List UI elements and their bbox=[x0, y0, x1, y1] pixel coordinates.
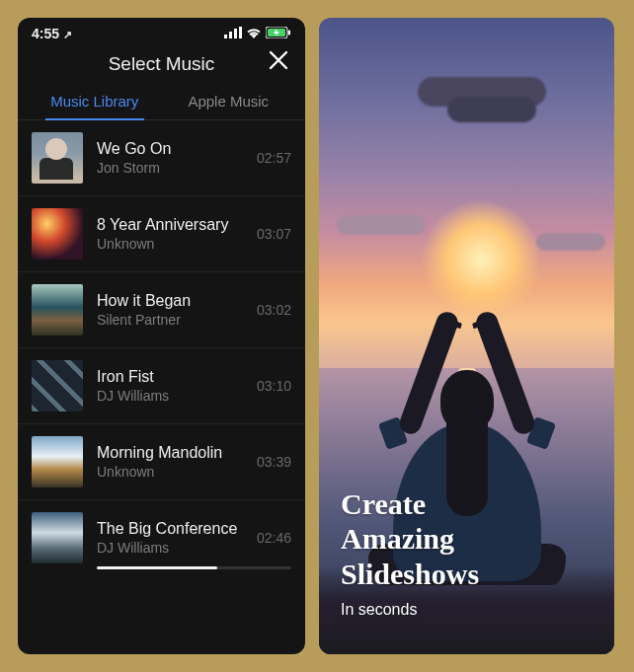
track-artist: Silent Partner bbox=[97, 312, 243, 328]
promo-heading: Create Amazing Slideshows bbox=[341, 486, 479, 591]
album-art bbox=[32, 512, 83, 563]
promo-heading-line: Amazing bbox=[341, 521, 479, 556]
svg-rect-1 bbox=[229, 32, 232, 38]
track-title: The Big Conference bbox=[97, 520, 243, 538]
track-row[interactable]: How it Began Silent Partner 03:02 bbox=[18, 272, 305, 348]
promo-panel: Create Amazing Slideshows In seconds bbox=[319, 18, 614, 654]
track-info: The Big Conference DJ Williams bbox=[97, 520, 243, 556]
status-right bbox=[224, 26, 291, 41]
track-duration: 02:46 bbox=[257, 530, 291, 546]
track-title: Iron Fist bbox=[97, 368, 243, 386]
track-duration: 03:07 bbox=[257, 226, 291, 242]
page-title: Select Music bbox=[109, 53, 215, 75]
album-art bbox=[32, 360, 83, 411]
promo-text: Create Amazing Slideshows In seconds bbox=[341, 486, 479, 619]
album-art bbox=[32, 208, 83, 260]
track-title: Morning Mandolin bbox=[97, 444, 243, 462]
track-row[interactable]: The Big Conference DJ Williams 02:46 bbox=[18, 500, 305, 569]
promo-subheading: In seconds bbox=[341, 601, 479, 619]
track-row[interactable]: Morning Mandolin Unknown 03:39 bbox=[18, 424, 305, 500]
svg-rect-0 bbox=[224, 35, 227, 38]
track-info: We Go On Jon Storm bbox=[97, 140, 243, 176]
track-duration: 03:02 bbox=[257, 302, 291, 318]
svg-rect-3 bbox=[239, 27, 242, 38]
cloud-shape bbox=[447, 97, 536, 122]
signal-icon bbox=[224, 26, 242, 41]
album-art bbox=[32, 132, 83, 184]
close-button[interactable] bbox=[268, 49, 289, 75]
tab-music-library[interactable]: Music Library bbox=[28, 85, 162, 119]
track-artist: DJ Williams bbox=[97, 388, 243, 404]
track-artist: Unknown bbox=[97, 464, 243, 480]
track-artist: Unknown bbox=[97, 236, 243, 252]
track-row[interactable]: We Go On Jon Storm 02:57 bbox=[18, 120, 305, 196]
status-time: 4:55 bbox=[32, 26, 59, 41]
promo-heading-line: Create bbox=[341, 486, 479, 521]
track-list[interactable]: We Go On Jon Storm 02:57 8 Year Annivers… bbox=[18, 120, 305, 654]
track-row[interactable]: 8 Year Anniversary Unknown 03:07 bbox=[18, 196, 305, 272]
track-title: How it Began bbox=[97, 292, 243, 310]
battery-icon bbox=[266, 26, 291, 41]
svg-rect-6 bbox=[288, 31, 290, 36]
cloud-shape bbox=[536, 233, 605, 251]
album-art bbox=[32, 284, 83, 336]
promo-heading-line: Slideshows bbox=[341, 557, 479, 591]
tab-apple-music[interactable]: Apple Music bbox=[162, 85, 296, 119]
track-artist: DJ Williams bbox=[97, 540, 243, 556]
track-info: Morning Mandolin Unknown bbox=[97, 444, 243, 480]
track-duration: 02:57 bbox=[257, 150, 291, 166]
cloud-shape bbox=[337, 215, 426, 235]
track-row[interactable]: Iron Fist DJ Williams 03:10 bbox=[18, 348, 305, 424]
close-icon bbox=[268, 49, 289, 71]
track-duration: 03:10 bbox=[257, 378, 291, 394]
status-time-group: 4:55 ↗ bbox=[32, 26, 72, 41]
header: Select Music bbox=[18, 45, 305, 85]
wifi-icon bbox=[246, 26, 262, 41]
svg-rect-2 bbox=[234, 29, 237, 38]
track-info: How it Began Silent Partner bbox=[97, 292, 243, 328]
track-duration: 03:39 bbox=[257, 454, 291, 470]
track-title: We Go On bbox=[97, 140, 243, 158]
playback-progress[interactable] bbox=[97, 566, 291, 569]
track-title: 8 Year Anniversary bbox=[97, 216, 243, 234]
status-bar: 4:55 ↗ bbox=[18, 18, 305, 45]
tabs: Music Library Apple Music bbox=[18, 85, 305, 120]
track-info: 8 Year Anniversary Unknown bbox=[97, 216, 243, 252]
track-artist: Jon Storm bbox=[97, 160, 243, 176]
location-icon: ↗ bbox=[63, 29, 72, 40]
track-info: Iron Fist DJ Williams bbox=[97, 368, 243, 404]
music-picker-screen: 4:55 ↗ Select Music Music Library Apple … bbox=[18, 18, 305, 654]
album-art bbox=[32, 436, 83, 487]
